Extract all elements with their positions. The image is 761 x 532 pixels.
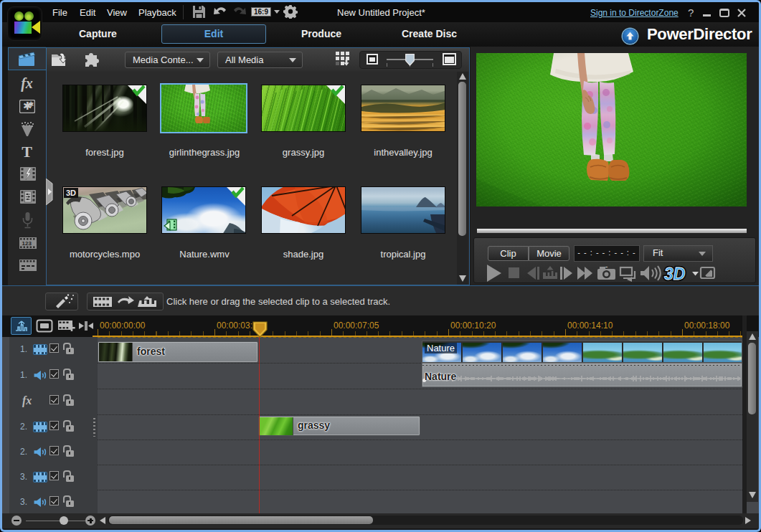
svg-text:✱: ✱ bbox=[28, 100, 34, 108]
svg-text:3D: 3D bbox=[664, 265, 685, 282]
svg-text:123: 123 bbox=[22, 240, 32, 247]
